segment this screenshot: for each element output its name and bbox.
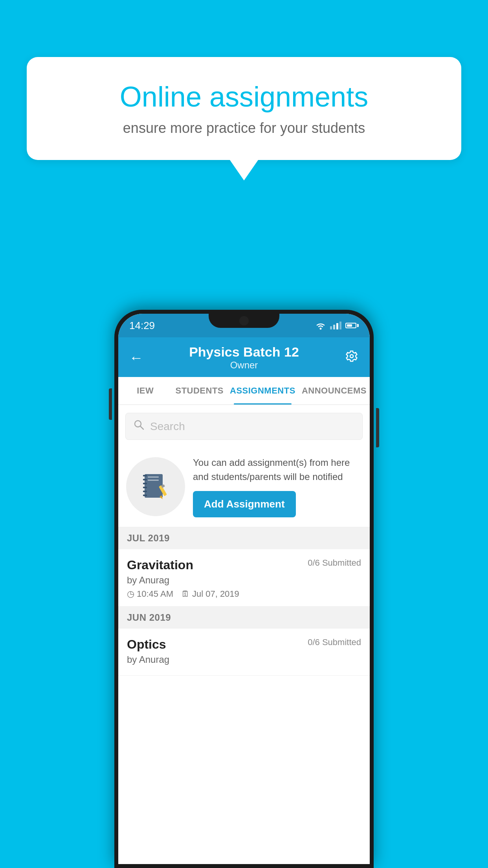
section-jul-2019: JUL 2019 xyxy=(118,527,370,549)
settings-button[interactable] xyxy=(345,349,359,366)
user-role: Owner xyxy=(189,360,299,371)
submitted-count: 0/6 Submitted xyxy=(308,558,361,568)
assignment-row1: Gravitation 0/6 Submitted xyxy=(127,558,361,572)
tab-bar: IEW STUDENTS ASSIGNMENTS ANNOUNCEMS xyxy=(118,377,370,405)
promo-description: You can add assignment(s) from here and … xyxy=(193,456,362,484)
assignment-author: by Anurag xyxy=(127,575,361,586)
phone-frame: 14:29 xyxy=(114,310,374,868)
app-header: ← Physics Batch 12 Owner xyxy=(118,337,370,377)
assignment-meta: ◷ 10:45 AM 🗓 Jul 07, 2019 xyxy=(127,589,361,599)
promo-icon xyxy=(126,457,185,516)
assignment-row1-optics: Optics 0/6 Submitted xyxy=(127,637,361,652)
date-value: Jul 07, 2019 xyxy=(192,589,239,599)
svg-rect-7 xyxy=(143,491,147,492)
status-time: 14:29 xyxy=(129,320,155,332)
header-center: Physics Batch 12 Owner xyxy=(189,344,299,371)
batch-title: Physics Batch 12 xyxy=(189,344,299,360)
clock-icon: ◷ xyxy=(127,589,134,599)
volume-button xyxy=(109,388,112,420)
assignment-gravitation[interactable]: Gravitation 0/6 Submitted by Anurag ◷ 10… xyxy=(118,549,370,607)
tab-assignments[interactable]: ASSIGNMENTS xyxy=(227,377,299,405)
phone-notch xyxy=(209,314,279,328)
assignment-title-optics: Optics xyxy=(127,637,166,652)
assignment-promo: You can add assignment(s) from here and … xyxy=(118,446,370,527)
add-assignment-button[interactable]: Add Assignment xyxy=(193,491,296,517)
svg-point-0 xyxy=(320,328,322,330)
svg-rect-10 xyxy=(148,480,159,481)
notebook-icon xyxy=(140,471,171,502)
speech-bubble-arrow xyxy=(230,160,258,180)
tab-students[interactable]: STUDENTS xyxy=(172,377,227,405)
svg-rect-5 xyxy=(143,483,147,484)
speech-bubble: Online assignments ensure more practice … xyxy=(27,57,461,160)
assignment-time: ◷ 10:45 AM xyxy=(127,589,173,599)
assignment-date: 🗓 Jul 07, 2019 xyxy=(181,589,239,599)
svg-rect-3 xyxy=(143,475,147,476)
svg-rect-4 xyxy=(143,479,147,480)
status-icons xyxy=(315,321,359,330)
promo-title: Online assignments xyxy=(54,81,434,113)
tab-announcements[interactable]: ANNOUNCEMS xyxy=(299,377,370,405)
assignment-optics[interactable]: Optics 0/6 Submitted by Anurag xyxy=(118,629,370,676)
power-button xyxy=(376,408,379,447)
promo-text-area: You can add assignment(s) from here and … xyxy=(193,456,362,517)
tab-view[interactable]: IEW xyxy=(118,377,172,405)
phone-screen: 14:29 xyxy=(118,314,370,864)
svg-rect-8 xyxy=(143,495,147,496)
time-value: 10:45 AM xyxy=(137,589,173,599)
calendar-icon: 🗓 xyxy=(181,589,190,599)
svg-rect-9 xyxy=(148,476,159,478)
content-area: Search xyxy=(118,405,370,864)
promo-card: Online assignments ensure more practice … xyxy=(27,57,461,180)
wifi-icon xyxy=(315,321,326,330)
promo-subtitle: ensure more practice for your students xyxy=(54,120,434,136)
section-jun-2019: JUN 2019 xyxy=(118,607,370,629)
svg-rect-6 xyxy=(143,487,147,488)
assignment-author-optics: by Anurag xyxy=(127,654,361,665)
search-placeholder: Search xyxy=(150,420,185,433)
submitted-count-optics: 0/6 Submitted xyxy=(308,637,361,647)
assignment-title: Gravitation xyxy=(127,558,193,572)
search-icon xyxy=(134,419,145,433)
battery-icon xyxy=(345,323,359,328)
search-bar[interactable]: Search xyxy=(125,413,363,440)
back-button[interactable]: ← xyxy=(129,349,143,366)
signal-icon xyxy=(330,322,341,329)
